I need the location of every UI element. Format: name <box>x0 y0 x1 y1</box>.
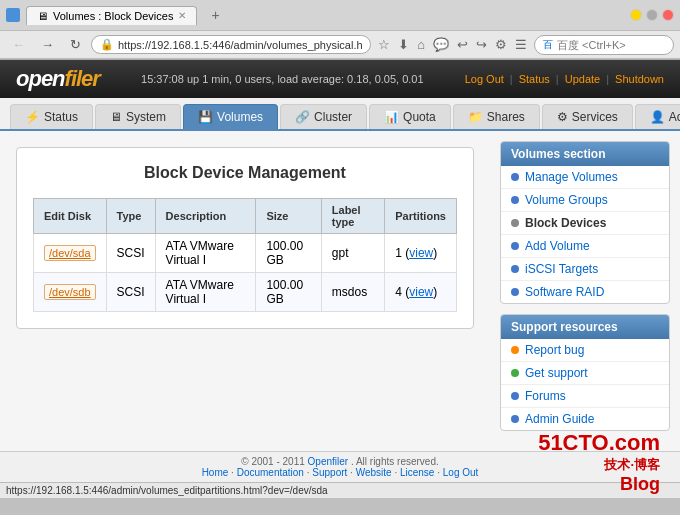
sidebar-item-block-devices[interactable]: Block Devices <box>501 212 669 235</box>
report-bug-dot <box>511 346 519 354</box>
add-volume-link[interactable]: Add Volume <box>525 239 590 253</box>
disk-sda-link[interactable]: /dev/sda <box>44 245 96 261</box>
forward-arrow-icon[interactable]: ↪ <box>473 35 490 54</box>
browser-tab[interactable]: 🖥 Volumes : Block Devices ✕ <box>26 6 197 25</box>
software-raid-link[interactable]: Software RAID <box>525 285 604 299</box>
col-type: Type <box>106 199 155 234</box>
status-link[interactable]: Status <box>519 73 550 85</box>
tab-accounts[interactable]: 👤 Accounts <box>635 104 680 129</box>
search-input[interactable] <box>557 39 657 51</box>
footer-copyright: © 2001 - 2011 <box>241 456 307 467</box>
sidebar-item-add-volume[interactable]: Add Volume <box>501 235 669 258</box>
lock-icon: 🔒 <box>100 38 114 51</box>
sidebar-item-report-bug[interactable]: Report bug <box>501 339 669 362</box>
accounts-tab-icon: 👤 <box>650 110 665 124</box>
content-title: Block Device Management <box>33 164 457 182</box>
update-link[interactable]: Update <box>565 73 600 85</box>
status-tab-icon: ⚡ <box>25 110 40 124</box>
tab-services[interactable]: ⚙ Services <box>542 104 633 129</box>
view-sda-link[interactable]: view <box>409 246 433 260</box>
chat-icon[interactable]: 💬 <box>430 35 452 54</box>
back-arrow-icon[interactable]: ↩ <box>454 35 471 54</box>
footer-brand-link[interactable]: Openfiler <box>308 456 349 467</box>
url-input[interactable] <box>118 39 362 51</box>
footer-website-link[interactable]: Website <box>356 467 392 478</box>
footer: © 2001 - 2011 Openfiler . All rights res… <box>0 451 680 482</box>
footer-support-link[interactable]: Support <box>312 467 347 478</box>
manage-volumes-dot <box>511 173 519 181</box>
sidebar-item-admin-guide[interactable]: Admin Guide <box>501 408 669 430</box>
refresh-button[interactable]: ↻ <box>64 34 87 55</box>
desc-sdb: ATA VMware Virtual I <box>155 273 256 312</box>
get-support-dot <box>511 369 519 377</box>
forward-button[interactable]: → <box>35 34 60 55</box>
disk-sda-cell: /dev/sda <box>34 234 107 273</box>
footer-logout-link[interactable]: Log Out <box>443 467 479 478</box>
search-bar[interactable]: 百 <box>534 35 674 55</box>
close-button[interactable] <box>662 9 674 21</box>
table-row: /dev/sda SCSI ATA VMware Virtual I 100.0… <box>34 234 457 273</box>
tab-services-label: Services <box>572 110 618 124</box>
sidebar-item-manage-volumes[interactable]: Manage Volumes <box>501 166 669 189</box>
shutdown-link[interactable]: Shutdown <box>615 73 664 85</box>
sidebar-item-get-support[interactable]: Get support <box>501 362 669 385</box>
disk-sdb-link[interactable]: /dev/sdb <box>44 284 96 300</box>
admin-guide-link[interactable]: Admin Guide <box>525 412 594 426</box>
nav-tabs: ⚡ Status 🖥 System 💾 Volumes 🔗 Cluster 📊 … <box>0 98 680 131</box>
cluster-tab-icon: 🔗 <box>295 110 310 124</box>
back-button[interactable]: ← <box>6 34 31 55</box>
volume-groups-link[interactable]: Volume Groups <box>525 193 608 207</box>
footer-home-link[interactable]: Home <box>202 467 229 478</box>
tab-volumes[interactable]: 💾 Volumes <box>183 104 278 129</box>
download-icon[interactable]: ⬇ <box>395 35 412 54</box>
home-icon[interactable]: ⌂ <box>414 35 428 54</box>
minimize-button[interactable] <box>630 9 642 21</box>
settings-icon[interactable]: ⚙ <box>492 35 510 54</box>
support-section: Support resources Report bug Get support… <box>500 314 670 431</box>
system-tab-icon: 🖥 <box>110 110 122 124</box>
tab-shares[interactable]: 📁 Shares <box>453 104 540 129</box>
forums-link[interactable]: Forums <box>525 389 566 403</box>
sidebar-item-software-raid[interactable]: Software RAID <box>501 281 669 303</box>
block-device-table: Edit Disk Type Description Size Label ty… <box>33 198 457 312</box>
logo-filer: filer <box>65 66 100 91</box>
new-tab-button[interactable]: + <box>203 4 227 26</box>
tab-status[interactable]: ⚡ Status <box>10 104 93 129</box>
title-bar: 🖥 Volumes : Block Devices ✕ + <box>0 0 680 31</box>
software-raid-dot <box>511 288 519 296</box>
footer-documentation-link[interactable]: Documentation <box>237 467 304 478</box>
sidebar: Volumes section Manage Volumes Volume Gr… <box>490 131 680 451</box>
labeltype-sda: gpt <box>321 234 384 273</box>
tab-cluster[interactable]: 🔗 Cluster <box>280 104 367 129</box>
sidebar-item-volume-groups[interactable]: Volume Groups <box>501 189 669 212</box>
menu-icon[interactable]: ☰ <box>512 35 530 54</box>
bookmark-star-icon[interactable]: ☆ <box>375 35 393 54</box>
footer-license-link[interactable]: License <box>400 467 434 478</box>
manage-volumes-link[interactable]: Manage Volumes <box>525 170 618 184</box>
maximize-button[interactable] <box>646 9 658 21</box>
col-size: Size <box>256 199 321 234</box>
col-partitions: Partitions <box>385 199 457 234</box>
iscsi-targets-link[interactable]: iSCSI Targets <box>525 262 598 276</box>
main-content: Block Device Management Edit Disk Type D… <box>0 131 680 451</box>
disk-sdb-cell: /dev/sdb <box>34 273 107 312</box>
tab-close-button[interactable]: ✕ <box>178 10 186 21</box>
get-support-link[interactable]: Get support <box>525 366 588 380</box>
view-sdb-link[interactable]: view <box>409 285 433 299</box>
tab-system[interactable]: 🖥 System <box>95 104 181 129</box>
labeltype-sdb: msdos <box>321 273 384 312</box>
logout-link[interactable]: Log Out <box>465 73 504 85</box>
tab-quota[interactable]: 📊 Quota <box>369 104 451 129</box>
desc-sda: ATA VMware Virtual I <box>155 234 256 273</box>
block-devices-dot <box>511 219 519 227</box>
address-bar[interactable]: 🔒 <box>91 35 371 54</box>
tab-cluster-label: Cluster <box>314 110 352 124</box>
quota-tab-icon: 📊 <box>384 110 399 124</box>
browser-icon <box>6 8 20 22</box>
report-bug-link[interactable]: Report bug <box>525 343 584 357</box>
support-section-title: Support resources <box>501 315 669 339</box>
sidebar-item-iscsi-targets[interactable]: iSCSI Targets <box>501 258 669 281</box>
tab-status-label: Status <box>44 110 78 124</box>
toolbar-icons: ☆ ⬇ ⌂ 💬 ↩ ↪ ⚙ ☰ <box>375 35 530 54</box>
sidebar-item-forums[interactable]: Forums <box>501 385 669 408</box>
